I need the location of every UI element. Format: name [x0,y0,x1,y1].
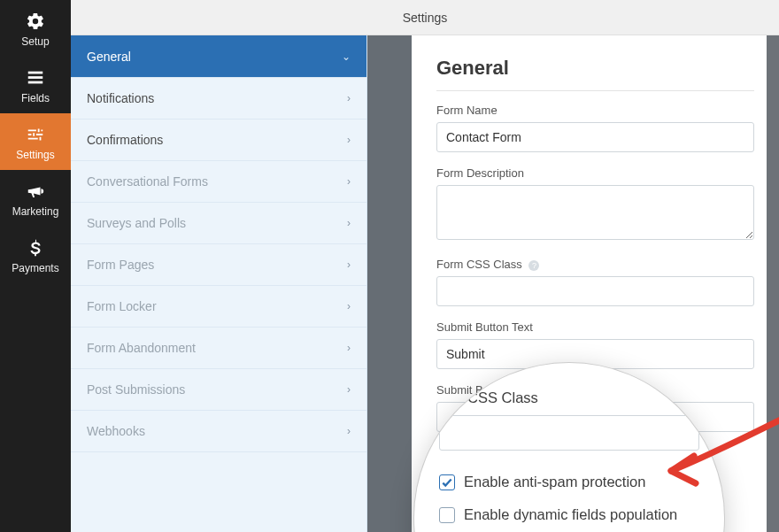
rail-item-payments[interactable]: Payments [0,227,71,283]
sidebar-item-label: Form Locker [87,299,157,313]
topbar: Settings [71,0,779,35]
sidebar-item-confirmations[interactable]: Confirmations › [71,120,366,161]
sidebar-item-label: Form Abandonment [87,341,196,355]
list-icon [25,67,46,89]
divider [436,90,754,91]
chevron-right-icon: › [347,425,351,437]
dollar-icon [25,237,46,258]
rail-item-settings[interactable]: Settings [0,113,71,170]
sidebar-item-webhooks[interactable]: Webhooks › [71,411,366,452]
chevron-right-icon: › [347,300,351,312]
svg-rect-2 [28,81,43,84]
dynamic-fields-checkbox[interactable] [439,507,455,523]
settings-sidebar: General ⌄ Notifications › Confirmations … [71,35,367,532]
chevron-right-icon: › [347,92,351,104]
sidebar-item-post-submissions[interactable]: Post Submissions › [71,369,366,411]
chevron-right-icon: › [347,175,351,188]
form-css-input[interactable] [436,276,754,306]
rail-label: Settings [16,149,54,161]
rail-item-fields[interactable]: Fields [0,57,71,113]
form-css-label: Form CSS Class ? [436,258,754,271]
rail-label: Setup [21,35,49,48]
anti-spam-checkbox[interactable] [439,474,455,490]
sidebar-item-general[interactable]: General ⌄ [71,35,366,78]
submit-css-input[interactable] [439,415,699,451]
sidebar-item-surveys-polls[interactable]: Surveys and Polls › [71,203,366,244]
sidebar-item-notifications[interactable]: Notifications › [71,78,366,120]
bullhorn-icon [25,181,46,202]
panel-gutter [367,35,412,532]
svg-rect-0 [28,72,43,74]
sidebar-item-label: Surveys and Polls [87,216,186,230]
clipped-label: tton CSS Class [439,389,699,406]
anti-spam-label: Enable anti-spam protection [464,474,645,490]
chevron-right-icon: › [347,134,351,146]
sidebar-item-label: Post Submissions [87,382,185,397]
form-description-input[interactable] [436,185,754,240]
sidebar-item-label: Notifications [87,91,154,105]
submit-text-label: Submit Button Text [436,320,754,334]
form-description-label: Form Description [436,166,754,180]
sidebar-item-form-abandonment[interactable]: Form Abandonment › [71,328,366,369]
sidebar-item-form-pages[interactable]: Form Pages › [71,244,366,286]
sidebar-item-label: Confirmations [87,133,163,147]
sidebar-item-label: Webhooks [87,424,145,438]
sidebar-item-label: Form Pages [87,258,154,272]
left-rail: Setup Fields Settings Marketing Payments [0,0,71,532]
sidebar-item-label: Conversational Forms [87,174,208,189]
chevron-right-icon: › [347,383,351,396]
dynamic-fields-label: Enable dynamic fields population [464,506,677,523]
sidebar-item-conversational-forms[interactable]: Conversational Forms › [71,161,366,203]
chevron-right-icon: › [347,217,351,229]
svg-rect-1 [28,76,43,79]
chevron-down-icon: ⌄ [342,50,351,63]
sidebar-item-form-locker[interactable]: Form Locker › [71,286,366,328]
chevron-right-icon: › [347,258,351,271]
sliders-icon [25,124,46,145]
sidebar-item-label: General [87,50,131,64]
rail-label: Marketing [12,205,59,218]
rail-label: Payments [12,262,58,274]
form-name-input[interactable] [436,122,754,152]
topbar-title: Settings [403,11,448,25]
right-edge [767,35,779,532]
form-name-label: Form Name [436,104,754,117]
rail-label: Fields [21,92,50,104]
rail-item-setup[interactable]: Setup [0,0,71,57]
chevron-right-icon: › [347,342,351,354]
panel-heading: General [436,57,754,80]
gear-icon [25,11,46,32]
rail-item-marketing[interactable]: Marketing [0,170,71,227]
help-icon[interactable]: ? [528,260,539,271]
